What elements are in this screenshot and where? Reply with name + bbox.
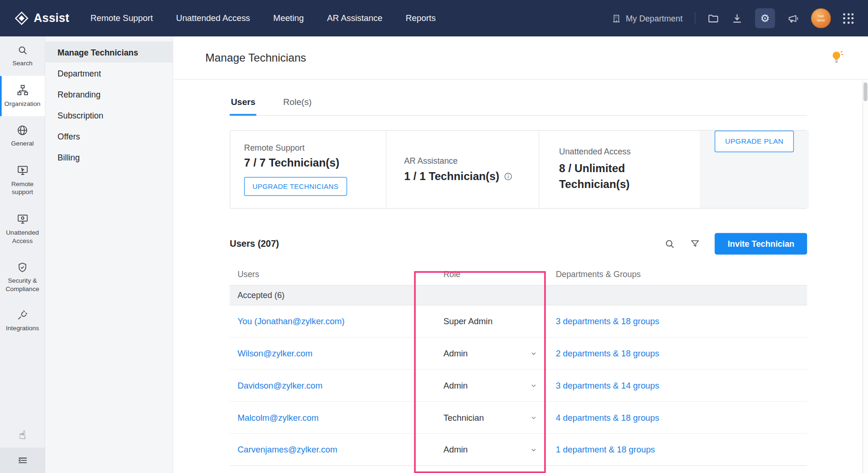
license-remote-support-label: Remote Support [244, 143, 386, 152]
user-link[interactable]: You (Jonathan@zylker.com) [238, 316, 345, 326]
tips-lightbulb-icon[interactable] [829, 49, 844, 66]
unattended-access-icon [16, 213, 28, 225]
sidebar-item-subscription[interactable]: Subscription [45, 104, 173, 125]
license-upgrade-section: UPGRADE PLAN [700, 131, 809, 208]
departments-link[interactable]: 1 department & 18 groups [556, 445, 655, 454]
nav-meeting[interactable]: Meeting [273, 13, 304, 23]
shield-icon [17, 262, 28, 273]
upgrade-technicians-button[interactable]: UPGRADE TECHNICIANS [244, 177, 347, 196]
license-summary-panel: Remote Support 7 / 7 Technician(s) UPGRA… [230, 130, 807, 209]
user-link[interactable]: Malcolm@zylker.com [238, 412, 319, 422]
folder-icon[interactable] [707, 13, 719, 24]
assist-logo[interactable]: Assist [14, 11, 70, 26]
icon-rail: Search Organization General Remote suppo… [0, 36, 45, 473]
tab-bar: Users Role(s) [230, 92, 807, 116]
users-toolbar: Users (207) Invite Technician [230, 233, 807, 254]
department-icon [612, 14, 621, 23]
sidebar-item-department[interactable]: Department [45, 63, 173, 83]
integrations-icon [17, 310, 28, 321]
department-label: My Department [626, 14, 683, 23]
page-title: Manage Technicians [205, 51, 306, 64]
col-header-role: Role [439, 270, 554, 279]
table-row: You (Jonathan@zylker.com) Super Admin 3 … [230, 306, 807, 338]
assist-logo-icon [14, 11, 29, 26]
table-group-accepted[interactable]: Accepted (6) [230, 285, 807, 306]
chevron-down-icon [530, 446, 537, 453]
user-link[interactable]: Wilson@zylker.com [238, 348, 313, 358]
info-icon[interactable] [504, 172, 512, 181]
nav-ar-assistance[interactable]: AR Assistance [327, 13, 383, 23]
brand-name: Assist [34, 12, 69, 25]
rail-item-security-compliance[interactable]: Security & Compliance [0, 253, 45, 301]
chevron-down-icon [530, 414, 537, 421]
table-row: Carvenjames@zylker.com Admin 1 departmen… [230, 434, 807, 466]
departments-link[interactable]: 3 departments & 18 groups [556, 316, 659, 326]
sidebar-item-rebranding[interactable]: Rebranding [45, 83, 173, 104]
rail-item-integrations[interactable]: Integrations [0, 301, 45, 341]
vertical-scrollbar [862, 80, 868, 473]
license-ar-count: 1 / 1 Technician(s) [404, 170, 499, 182]
role-dropdown[interactable]: Technician [439, 412, 554, 422]
top-nav-links: Remote Support Unattended Access Meeting… [91, 13, 436, 23]
collapse-rail-toggle[interactable] [0, 448, 45, 473]
col-header-users: Users [230, 270, 439, 279]
user-link[interactable]: Carvenjames@zylker.com [238, 445, 337, 454]
apps-grid-icon[interactable] [843, 13, 854, 24]
nav-reports[interactable]: Reports [406, 13, 435, 23]
departments-link[interactable]: 4 departments & 18 groups [556, 412, 659, 422]
role-dropdown[interactable]: Admin [439, 348, 554, 358]
users-count-title: Users (207) [230, 238, 279, 249]
chevron-down-icon [530, 350, 537, 356]
role-dropdown[interactable]: Admin [439, 381, 554, 390]
main-panel: Manage Technicians Users Role( [173, 36, 868, 473]
chevron-down-icon [530, 382, 537, 389]
license-unattended-count: 8 / Unlimited Technician(s) [559, 160, 661, 192]
organization-icon [16, 84, 28, 96]
nav-unattended-access[interactable]: Unattended Access [176, 13, 250, 23]
avatar-text: hall fame [814, 14, 828, 22]
upgrade-plan-button[interactable]: UPGRADE PLAN [714, 131, 794, 152]
filter-icon[interactable] [690, 238, 701, 249]
page-header: Manage Technicians [173, 36, 868, 80]
departments-link[interactable]: 2 departments & 18 groups [556, 348, 659, 358]
departments-link[interactable]: 3 departments & 14 groups [556, 381, 659, 390]
nav-divider [695, 12, 695, 24]
rail-item-organization[interactable]: Organization [0, 76, 45, 116]
remote-support-icon [16, 164, 28, 176]
table-row: Malcolm@zylker.com Technician 4 departme… [230, 402, 807, 434]
scrollbar-thumb[interactable] [864, 83, 868, 101]
col-header-departments: Departments & Groups [553, 270, 807, 279]
table-search-icon[interactable] [665, 238, 676, 250]
users-table: Users Role Departments & Groups Accepted… [230, 264, 807, 466]
user-link[interactable]: Davidson@zylker.com [238, 381, 322, 390]
nav-remote-support[interactable]: Remote Support [91, 13, 153, 23]
rail-item-search[interactable]: Search [0, 36, 45, 76]
settings-sidebar: Manage Technicians Department Rebranding… [45, 36, 173, 473]
table-row: Davidson@zylker.com Admin 3 departments … [230, 369, 807, 402]
license-remote-support-count: 7 / 7 Technician(s) [244, 157, 386, 169]
download-icon[interactable] [731, 13, 743, 24]
sidebar-item-manage-technicians[interactable]: Manage Technicians [45, 42, 173, 63]
role-dropdown[interactable]: Admin [439, 445, 554, 454]
license-remote-support: Remote Support 7 / 7 Technician(s) UPGRA… [230, 131, 386, 208]
my-department-selector[interactable]: My Department [612, 14, 682, 23]
license-unattended-access: Unattended Access 8 / Unlimited Technici… [539, 131, 700, 208]
sidebar-item-billing[interactable]: Billing [45, 146, 173, 167]
role-value: Super Admin [439, 316, 554, 326]
search-icon [17, 45, 28, 56]
rail-item-general[interactable]: General [0, 116, 45, 156]
rail-item-remote-support[interactable]: Remote support [0, 156, 45, 204]
tab-users[interactable]: Users [230, 92, 257, 115]
gesture-icon[interactable]: ☝ [0, 423, 45, 447]
settings-gear-icon[interactable]: ⚙ [755, 8, 775, 28]
sidebar-item-offers[interactable]: Offers [45, 125, 173, 146]
table-header-row: Users Role Departments & Groups [230, 264, 807, 285]
user-avatar[interactable]: hall fame [811, 8, 831, 28]
top-navbar: Assist Remote Support Unattended Access … [0, 0, 868, 36]
globe-icon [17, 125, 28, 136]
invite-technician-button[interactable]: Invite Technician [715, 233, 807, 254]
rail-item-unattended-access[interactable]: Unattended Access [0, 205, 45, 253]
tab-roles[interactable]: Role(s) [282, 92, 313, 115]
app-window: Assist Remote Support Unattended Access … [0, 0, 868, 473]
announcements-icon[interactable] [787, 13, 799, 24]
